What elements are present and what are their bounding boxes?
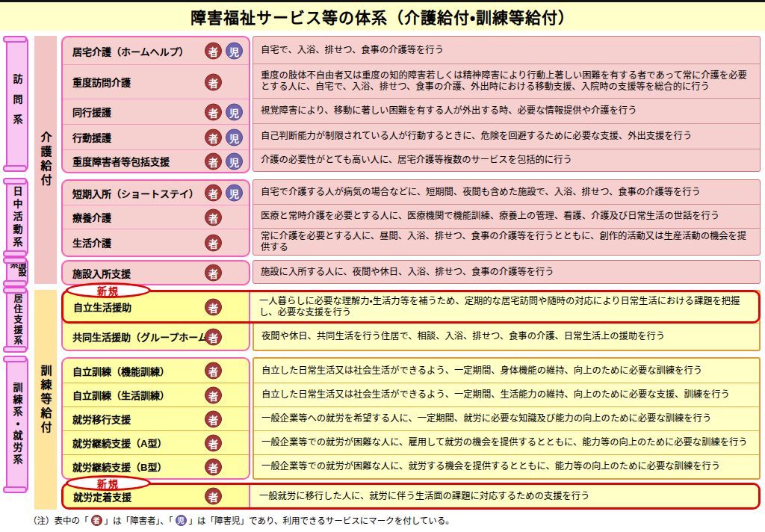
service-desc-group: 自宅で、入浴、排せつ、食事の介護等を行う重度の肢体不自由者又は重度の知的障害若し… [253,36,761,172]
service-row-desc-cell: 自宅で介護する人が病気の場合などに、短期間、夜間も含めた施設で、入浴、排せつ、食… [253,180,760,204]
category-label: 日中活動系 [13,186,22,250]
adult-badge-icon: 者 [205,265,222,282]
category-scroll-label: 訓練系・就労系 [6,357,28,492]
service-name-label: 就労継続支援（A型） [63,436,167,450]
service-name-label: 共同生活援助（グループホーム） [63,330,217,344]
service-row-desc-cell: 一般企業等での就労が困難な人に、就労する機会を提供するとともに、能力等の向上のた… [254,454,759,478]
service-row-name-cell: 療養介護者 [63,205,249,229]
adult-badge-icon: 者 [205,386,222,403]
service-desc-group: 自立した日常生活又は社会生活ができるよう、一定期間、身体機能の維持、向上のために… [253,357,761,480]
benefit-label: 訓練等給付 [40,365,52,436]
service-name-label: 施設入所支援 [63,266,131,280]
benefit-type-strip: 介護給付 [34,36,57,284]
service-name-label: 行動援護 [63,130,111,144]
child-badge-icon: 児 [226,43,243,60]
category-label: 施設系 [9,260,25,284]
service-desc-text: 介護の必要性がとても高い人に、居宅介護等複数のサービスを包括的に行う [261,155,572,166]
adult-badge-icon: 者 [205,129,222,146]
service-desc-text: 自宅で介護する人が病気の場合などに、短期間、夜間も含めた施設で、入浴、排せつ、食… [261,187,701,198]
service-row-name-cell: 短期入所（ショートステイ）者児 [63,181,249,205]
adult-badge-icon: 者 [205,434,222,451]
service-row-name-cell: 自立訓練（生活訓練）者 [63,383,249,406]
service-row-name-cell: 行動援護者児 [63,124,249,149]
service-row-desc-cell: 重度の肢体不自由者又は重度の知的障害若しくは精神障害により行動上著しい困難を有す… [253,64,760,98]
new-service-row: 自立生活援助者一人暮らしに必要な理解力・生活力等を補うため、定期的な居宅訪問や随… [61,290,761,324]
service-desc-group: 施設に入所する人に、夜間や休日、入浴、排せつ、食事の介護等を行う [253,260,761,284]
badge-label: 者 [208,210,218,224]
category-scroll-label: 訪問系 [6,37,28,170]
service-row-name-cell: 就労移行支援者 [63,406,249,430]
service-desc-text: 医療と常時介護を必要とする人に、医療機関で機能訓練、療養上の管理、看護、介護及び… [261,211,719,222]
service-row-name-cell: 居宅介護（ホームヘルプ）者児 [63,37,249,64]
service-row-name-cell: 共同生活援助（グループホーム）者 [63,323,249,350]
adult-badge-label: 者 [93,516,99,525]
service-row-desc-cell: 一般企業等への就労を希望する人に、一定期間、就労に必要な知識及び能力の向上のため… [254,406,759,430]
service-row-desc-cell: 医療と常時介護を必要とする人に、医療機関で機能訓練、療養上の管理、看護、介護及び… [253,204,760,228]
service-name-label: 就労継続支援（B型） [63,460,167,474]
adult-badge-icon: 者 [205,43,222,60]
adult-badge-icon: 者 [205,362,222,380]
service-desc-text: 常に介護を必要とする人に、昼間、入浴、排せつ、食事の介護等を行うとともに、創作的… [261,231,755,253]
service-name-label: 就労定着支援 [64,489,131,504]
service-name-label: 就労移行支援 [63,412,131,426]
service-row-desc-cell: 施設に入所する人に、夜間や休日、入浴、排せつ、食事の介護等を行う [253,261,760,283]
footnote-text: 」は「障害児」であり、利用できるサービスにマークを付している。 [189,514,454,526]
badge-label: 者 [208,330,218,344]
service-desc-cell: 一人暮らしに必要な理解力・生活力等を補うため、定期的な居宅訪問や随時の対応により… [250,292,758,321]
category-scroll-label: 施設系 [6,259,28,285]
badge-label: 者 [208,300,218,314]
badge-label: 児 [229,130,239,144]
service-name-label: 自立訓練（生活訓練） [63,388,170,402]
badge-label: 者 [208,436,218,450]
service-desc-text: 視覚障害により、移動に著しい困難を有する人が外出する時、必要な情報提供や介護を行… [261,105,637,117]
service-desc-text: 一般企業等での就労が困難な人に、雇用して就労の機会を提供するとともに、能力等の向… [261,437,748,448]
service-name-label: 自立生活援助 [64,300,131,314]
service-row-name-cell: 重度訪問介護者 [63,64,249,99]
service-row-desc-cell: 夜間や休日、共同生活を行う住居で、相談、入浴、排せつ、食事の介護、日常生活上の援… [254,323,759,350]
child-badge-icon: 児 [226,152,243,170]
badge-label: 者 [208,44,218,58]
badge-label: 者 [208,235,218,250]
badge-label: 児 [229,105,239,119]
category-label: 居住支援系 [13,294,22,346]
service-row-name-cell: 同行援護者児 [63,99,249,124]
service-row-desc-cell: 視覚障害により、移動に著しい困難を有する人が外出する時、必要な情報提供や介護を行… [253,98,760,123]
footnote-text: 」は「障害者」、「 [105,514,173,526]
service-name-label: 生活介護 [63,235,111,250]
service-row-desc-cell: 一般企業等での就労が困難な人に、雇用して就労の機会を提供するとともに、能力等の向… [254,430,759,454]
service-name-label: 重度障害者等包括支援 [63,154,170,168]
new-badge: 新規 [66,282,151,298]
badge-label: 者 [208,364,218,378]
service-name-group: 自立訓練（機能訓練）者自立訓練（生活訓練）者就労移行支援者就労継続支援（A型）者… [61,357,250,480]
service-row-desc-cell: 自宅で、入浴、排せつ、食事の介護等を行う [253,37,760,64]
adult-badge-icon: 者 [205,73,222,90]
service-row-name-cell: 生活介護者 [63,229,249,256]
service-desc-text: 重度の肢体不自由者又は重度の知的障害若しくは精神障害により行動上著しい困難を有す… [261,70,755,93]
category-scroll-label: 日中活動系 [6,179,28,256]
benefit-label: 介護給付 [40,132,52,188]
service-name-label: 重度訪問介護 [63,75,131,89]
service-row-name-cell: 就労継続支援（A型）者 [63,430,249,454]
badge-label: 者 [208,105,218,119]
adult-badge-icon: 者 [205,208,222,226]
page: 障害福祉サービス等の体系（介護給付・訓練等給付） 訪問系日中活動系施設系居住支援… [0,0,765,532]
service-desc-text: 自立した日常生活又は社会生活ができるよう、一定期間、身体機能の維持、向上のために… [261,365,702,377]
new-badge: 新規 [66,475,151,491]
badge-label: 者 [208,460,218,474]
adult-badge-icon: 者 [205,410,222,427]
service-row-desc-cell: 自立した日常生活又は社会生活ができるよう、一定期間、生活能力の維持、向上のために… [254,383,759,406]
service-name-group: 施設入所支援者 [61,260,250,285]
service-row-desc-cell: 介護の必要性がとても高い人に、居宅介護等複数のサービスを包括的に行う [253,149,760,171]
badge-label: 者 [208,75,218,89]
new-service-row: 就労定着支援者一般就労に移行した人に、就労に伴う生活面の課題に対応するための支援… [61,483,761,510]
badge-label: 者 [208,412,218,426]
badge-label: 児 [229,44,239,58]
adult-badge-icon: 者 [205,185,222,202]
service-desc-text: 自立した日常生活又は社会生活ができるよう、一定期間、生活能力の維持、向上のために… [261,389,730,400]
service-desc-text: 一人暮らしに必要な理解力・生活力等を補うため、定期的な居宅訪問や随時の対応により… [259,296,754,318]
service-name-label: 短期入所（ショートステイ） [63,186,199,200]
service-name-label: 自立訓練（機能訓練） [63,364,170,378]
service-row-name-cell: 重度障害者等包括支援者児 [63,149,249,172]
service-desc-text: 夜間や休日、共同生活を行う住居で、相談、入浴、排せつ、食事の介護、日常生活上の援… [261,331,665,342]
service-row-desc-cell: 常に介護を必要とする人に、昼間、入浴、排せつ、食事の介護等を行うとともに、創作的… [253,228,760,255]
